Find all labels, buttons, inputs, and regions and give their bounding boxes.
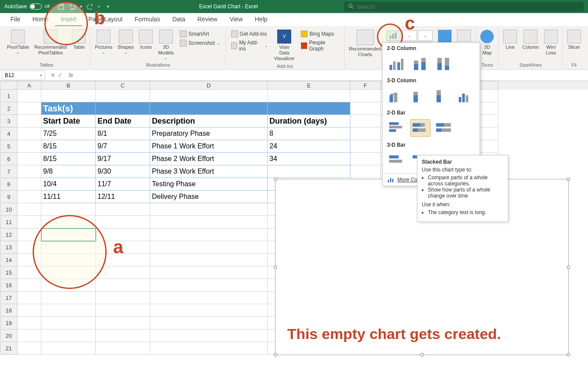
cell[interactable]: 34 <box>268 153 350 165</box>
3d-clustered-column-option[interactable] <box>387 87 407 104</box>
cell[interactable] <box>350 128 381 140</box>
name-box[interactable]: B12 ▾ <box>2 71 45 80</box>
cell[interactable] <box>17 329 41 342</box>
line-chart-button[interactable]: ⌄ <box>402 30 417 41</box>
cell[interactable] <box>17 342 41 355</box>
cell[interactable] <box>96 216 150 228</box>
cell[interactable] <box>17 153 41 165</box>
cell[interactable]: 10/4 <box>41 178 96 191</box>
cell[interactable] <box>41 292 96 304</box>
cell[interactable] <box>17 241 41 254</box>
row-header[interactable]: 16 <box>0 279 17 292</box>
cell[interactable] <box>17 228 41 241</box>
cell[interactable] <box>96 279 150 292</box>
tab-review[interactable]: Review <box>192 13 224 26</box>
row-header[interactable]: 5 <box>0 140 17 153</box>
3d-models-button[interactable]: 3D Models⌄ <box>155 29 176 61</box>
slicer-button[interactable]: Slicer <box>564 29 584 51</box>
cell[interactable]: Testing Phase <box>150 178 268 191</box>
cell[interactable]: Phase 3 Work Effort <box>150 165 268 178</box>
cell[interactable] <box>41 216 96 228</box>
row-header[interactable]: 10 <box>0 203 17 216</box>
cell[interactable]: 9/17 <box>96 153 150 165</box>
cell[interactable] <box>96 102 150 115</box>
tab-view[interactable]: View <box>223 13 249 26</box>
cell[interactable] <box>96 304 150 317</box>
undo-icon[interactable] <box>69 3 76 10</box>
cell[interactable] <box>17 279 41 292</box>
table-button[interactable]: Table <box>69 29 88 51</box>
cell[interactable] <box>41 228 96 241</box>
people-graph-button[interactable]: People Graph <box>299 39 340 53</box>
my-addins-button[interactable]: My Add-ins⌄ <box>229 39 270 53</box>
clustered-column-option[interactable] <box>387 55 407 72</box>
cell[interactable] <box>150 90 268 102</box>
cell[interactable] <box>17 165 41 178</box>
cell[interactable]: Delivery Phase <box>150 191 268 203</box>
cell[interactable]: 7/25 <box>41 128 96 140</box>
search-box[interactable] <box>344 2 584 11</box>
visio-button[interactable]: VVisio Data Visualizer <box>272 29 298 63</box>
row-header[interactable]: 19 <box>0 317 17 329</box>
cell[interactable]: Description <box>150 115 268 128</box>
row-header[interactable]: 13 <box>0 241 17 254</box>
cell[interactable] <box>350 165 381 178</box>
row-header[interactable]: 15 <box>0 266 17 279</box>
cell[interactable] <box>17 178 41 191</box>
cell[interactable]: 9/30 <box>96 165 150 178</box>
100-stacked-bar-option[interactable] <box>434 119 454 137</box>
cell[interactable] <box>17 304 41 317</box>
chart-resize-handle[interactable] <box>567 265 570 269</box>
fx-icon[interactable]: fx <box>66 72 76 78</box>
icons-button[interactable]: Icons <box>136 29 155 51</box>
tab-insert[interactable]: Insert <box>55 13 82 26</box>
3d-stacked-column-option[interactable] <box>410 87 430 104</box>
cell[interactable] <box>17 102 41 115</box>
cell[interactable]: 9/7 <box>96 140 150 153</box>
cell[interactable] <box>17 266 41 279</box>
cell[interactable] <box>41 254 96 266</box>
tab-home[interactable]: Home <box>27 13 55 26</box>
sparkline-winloss-button[interactable]: Win/ Loss <box>541 29 561 57</box>
cell[interactable] <box>150 102 268 115</box>
cell[interactable] <box>17 216 41 228</box>
chart-resize-handle[interactable] <box>274 265 277 269</box>
formula-input[interactable] <box>76 70 588 81</box>
3d-clustered-bar-option[interactable] <box>387 151 407 169</box>
cell[interactable] <box>41 90 96 102</box>
cell[interactable] <box>41 304 96 317</box>
undo-dropdown-icon[interactable]: ▾ <box>80 4 82 9</box>
cell[interactable] <box>150 266 268 279</box>
cell[interactable]: 9/8 <box>41 165 96 178</box>
tab-page-layout[interactable]: Page Layout <box>82 13 129 26</box>
column-header[interactable]: B <box>41 81 96 90</box>
recommended-pivottables-button[interactable]: Recommended PivotTables <box>32 29 70 57</box>
row-header[interactable]: 2 <box>0 102 17 115</box>
cell[interactable] <box>150 203 268 216</box>
cell[interactable]: 11/11 <box>41 191 96 203</box>
cell[interactable] <box>96 254 150 266</box>
column-chart-button[interactable] <box>386 30 401 41</box>
autosave-toggle[interactable]: AutoSave Off <box>0 3 54 10</box>
enter-icon[interactable]: ✓ <box>58 72 63 78</box>
3d-column-option[interactable] <box>456 87 475 104</box>
cell[interactable] <box>96 228 150 241</box>
column-header[interactable]: F <box>350 81 381 90</box>
chart-resize-handle[interactable] <box>420 353 424 356</box>
bing-maps-button[interactable]: Bing Maps <box>299 30 340 38</box>
cell[interactable] <box>350 90 381 102</box>
screenshot-button[interactable]: Screenshot⌄ <box>178 39 222 47</box>
row-header[interactable]: 1 <box>0 90 17 102</box>
column-header[interactable]: E <box>268 81 350 90</box>
cell[interactable] <box>150 304 268 317</box>
get-addins-button[interactable]: Get Add-ins <box>229 30 270 38</box>
sparkline-line-button[interactable]: Line <box>501 29 520 51</box>
cell[interactable] <box>17 140 41 153</box>
cell[interactable] <box>41 266 96 279</box>
cell[interactable] <box>150 292 268 304</box>
cell[interactable] <box>96 342 150 355</box>
cell[interactable] <box>41 241 96 254</box>
cell[interactable] <box>41 317 96 329</box>
recommended-charts-button[interactable]: Recommended Charts <box>346 29 384 58</box>
cell[interactable] <box>150 241 268 254</box>
